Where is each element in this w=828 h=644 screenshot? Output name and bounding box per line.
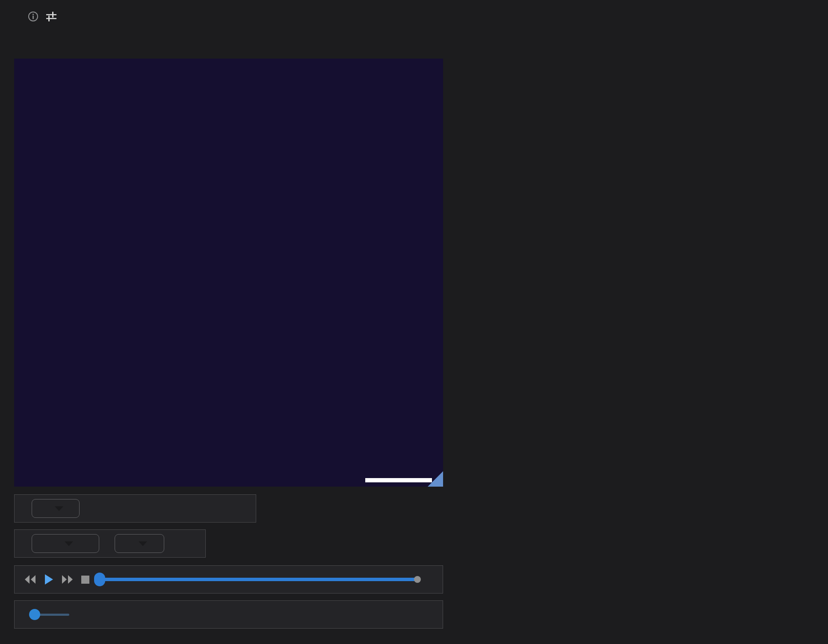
rewind-button[interactable]	[24, 574, 37, 585]
settings-sliders-icon[interactable]	[45, 10, 57, 22]
scale-panel	[14, 494, 256, 523]
resize-handle[interactable]	[428, 471, 443, 487]
info-icon[interactable]	[28, 11, 38, 22]
fps-slider[interactable]	[29, 608, 69, 621]
view-toggles	[14, 37, 443, 51]
playback-panel	[14, 565, 443, 594]
fast-forward-button[interactable]	[61, 574, 74, 585]
chevron-down-icon	[55, 506, 63, 511]
play-button[interactable]	[44, 574, 53, 585]
frame-slider-handle[interactable]	[94, 573, 105, 586]
chevron-down-icon	[65, 541, 73, 546]
image-viewer-widget	[0, 0, 828, 644]
scale-dropdown[interactable]	[32, 499, 80, 518]
animation-panel	[14, 600, 443, 629]
image-canvas-area[interactable]	[14, 59, 443, 487]
star-favorite-button[interactable]	[175, 614, 180, 615]
colormap-dropdown[interactable]	[32, 534, 99, 553]
diff-dropdown[interactable]	[115, 534, 164, 553]
frame-slider[interactable]	[100, 573, 420, 586]
stop-button[interactable]	[81, 575, 90, 584]
scalebar	[365, 476, 432, 482]
header	[14, 10, 57, 22]
chevron-down-icon	[139, 541, 147, 546]
controls-row	[14, 37, 443, 51]
atomic-lattice-image[interactable]	[14, 59, 443, 487]
scalebar-bar	[365, 478, 432, 482]
frame-slider-track[interactable]	[100, 578, 420, 581]
fps-slider-knob[interactable]	[29, 609, 40, 620]
frame-slider-end-dot	[414, 576, 421, 583]
color-panel	[14, 529, 206, 558]
